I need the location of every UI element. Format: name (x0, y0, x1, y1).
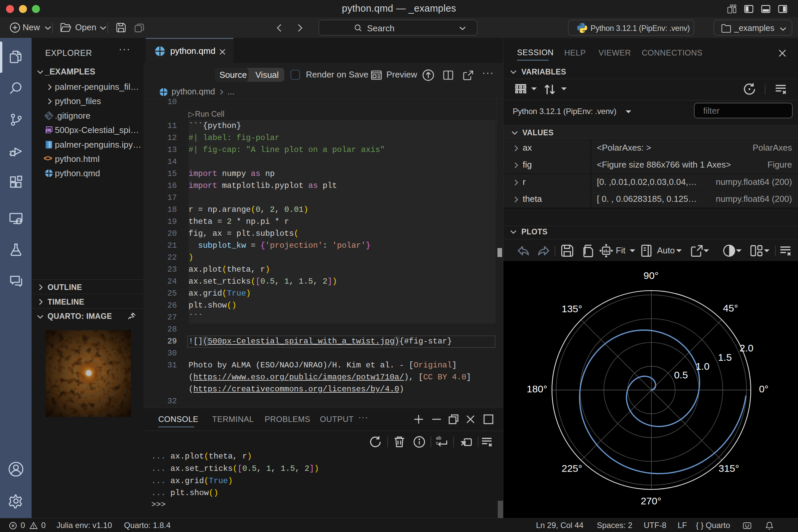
svg-text:0.5: 0.5 (674, 369, 688, 380)
svg-text:45°: 45° (723, 303, 738, 314)
svg-text:90°: 90° (643, 270, 658, 281)
svg-text:270°: 270° (641, 495, 661, 507)
svg-text:1.5: 1.5 (718, 352, 732, 363)
svg-text:315°: 315° (719, 463, 739, 474)
svg-text:0°: 0° (759, 383, 769, 394)
svg-text:2.0: 2.0 (740, 342, 754, 354)
svg-text:135°: 135° (562, 303, 582, 314)
svg-text:225°: 225° (562, 463, 582, 474)
svg-text:c: c (436, 440, 438, 445)
svg-text:180°: 180° (527, 383, 547, 394)
svg-text:1.0: 1.0 (696, 361, 709, 372)
